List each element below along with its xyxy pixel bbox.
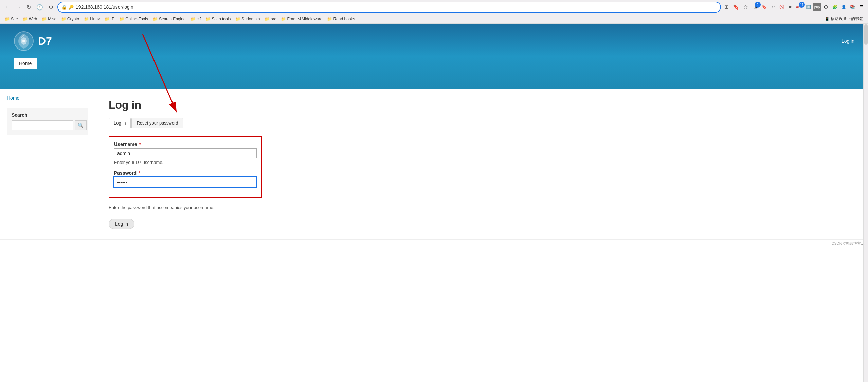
url-path: /user/login [111,4,133,10]
bookmark-crypto[interactable]: 📁 Crypto [59,16,81,22]
bookmark-sudomain[interactable]: 📁 Sudomain [233,16,262,22]
ext-puzzle-icon[interactable]: 🧩 [831,3,839,11]
bookmark-label: ctf [197,17,201,21]
password-label: Password * [114,170,257,176]
ext-bookmark-icon[interactable]: 🔖 [760,3,768,11]
reload-button[interactable]: ↻ [24,3,33,12]
site-header-top: D7 Log in [14,31,854,51]
scrollbar[interactable] [863,24,868,382]
sidebar: Home Search 🔍 [0,89,95,239]
password-input[interactable] [114,177,257,187]
username-group: Username * Enter your D7 username. [114,141,257,165]
bookmark-misc[interactable]: 📁 Misc [40,16,58,22]
site-logo-area: D7 [14,31,52,51]
bookmark-ip[interactable]: 📁 IP [103,16,116,22]
ext-user-icon[interactable]: 👤 [839,3,848,11]
ext-badge: 2 [755,2,761,8]
grid-button[interactable]: ⊞ [723,3,730,12]
url-host: 192.168.160.181 [76,4,111,10]
bookmark-label: Web [29,17,37,21]
bookmarks-bar: 📁 Site 📁 Web 📁 Misc 📁 Crypto 📁 Linux 📁 I… [0,14,868,24]
bookmark-online-tools[interactable]: 📁 Online-Tools [117,16,150,22]
bookmark-button[interactable]: 🔖 [731,3,741,12]
bookmark-scan-tools[interactable]: 📁 Scan tools [203,16,233,22]
folder-icon: 📁 [84,17,89,21]
folder-icon: 📁 [61,17,66,21]
folder-icon: 📁 [265,17,270,21]
sidebar-home-link[interactable]: Home [7,95,88,101]
ext-abp-badge: 11 [799,2,805,8]
nav-item-home[interactable]: Home [14,58,37,69]
mobile-icon: 📱 [825,17,830,21]
search-icon: 🔍 [78,123,84,128]
ext-block-icon[interactable]: 🚫 [778,3,786,11]
key-icon: 🔑 [68,5,74,10]
bookmark-label: src [271,17,276,21]
login-title: Log in [109,99,854,111]
bookmark-mobile[interactable]: 📱 移动设备上的书签 [822,15,865,22]
bookmark-frame-middleware[interactable]: 📁 Frame&Middleware [279,16,324,22]
form-highlight-box: Username * Enter your D7 username. Passw… [109,136,262,198]
submit-button[interactable]: Log in [109,219,134,229]
ext-translate-icon[interactable]: 🔤 [804,3,812,11]
ext-ip-icon[interactable]: IP [786,3,795,11]
back-button[interactable]: ← [3,3,12,12]
tab-reset-password[interactable]: Reset your password [131,118,183,128]
folder-icon: 📁 [281,17,286,21]
bookmark-label: Frame&Middleware [287,17,322,21]
main-content: Home Search 🔍 [0,89,868,239]
folder-icon: 📁 [5,17,10,21]
password-group: Password * [114,170,257,187]
bookmark-ctf[interactable]: 📁 ctf [188,16,203,22]
ext-menu-icon[interactable]: ☰ [857,3,865,11]
username-input[interactable] [114,148,257,158]
site-nav: Home [14,58,854,69]
bookmark-src[interactable]: 📁 src [263,16,278,22]
address-url: 192.168.160.181/user/login [76,4,717,10]
bookmark-label: Read books [333,17,355,21]
bookmark-label: Crypto [67,17,79,21]
lock-icon: 🔒 [61,5,67,10]
folder-icon: 📁 [105,17,110,21]
folder-icon: 📁 [23,17,28,21]
search-block-title: Search [12,112,84,118]
ext-back-icon[interactable]: ↩ [769,3,777,11]
bookmark-linux[interactable]: 📁 Linux [82,16,102,22]
address-bar[interactable]: 🔒 🔑 192.168.160.181/user/login [57,2,721,13]
username-required: * [139,141,141,147]
tab-login[interactable]: Log in [109,118,131,128]
history-button[interactable]: 🕐 [34,3,45,12]
settings-button[interactable]: ⚙ [47,3,55,12]
extension-icons: ⊞ 2 🔖 ↩ 🚫 IP ABP 11 🔤 php ⬡ 🧩 👤 📚 ☰ [751,3,865,11]
drupal-logo [14,31,34,51]
site-name: D7 [38,35,52,47]
ext-hex-icon[interactable]: ⬡ [822,3,830,11]
bookmark-label: IP [111,17,114,21]
page-wrapper: D7 Log in Home Home Search 🔍 [0,24,868,382]
bookmark-label: 移动设备上的书签 [831,16,863,22]
search-input[interactable] [12,120,73,130]
star-button[interactable]: ☆ [742,3,749,12]
username-label: Username * [114,141,257,147]
folder-icon: 📁 [119,17,124,21]
bookmark-label: Linux [90,17,100,21]
search-button[interactable]: 🔍 [75,120,87,130]
bookmark-site[interactable]: 📁 Site [3,16,20,22]
folder-icon: 📁 [205,17,211,21]
folder-icon: 📁 [191,17,196,21]
login-link[interactable]: Log in [842,38,854,44]
bookmark-search-engine[interactable]: 📁 Search Engine [151,16,188,22]
browser-actions: ⊞ 🔖 ☆ [723,3,749,12]
bookmark-label: Scan tools [212,17,231,21]
scrollbar-thumb [864,24,868,45]
bookmark-web[interactable]: 📁 Web [21,16,39,22]
ext-php-icon[interactable]: php [813,3,821,11]
footer-text: CSDN ©融言博客... [832,241,864,245]
folder-icon: 📁 [235,17,240,21]
site-footer: CSDN ©融言博客... [0,239,868,247]
username-help: Enter your D7 username. [114,160,257,165]
ext-book-icon[interactable]: 📚 [848,3,856,11]
bookmark-read-books[interactable]: 📁 Read books [325,16,357,22]
search-form: 🔍 [12,120,84,130]
forward-button[interactable]: → [14,3,23,12]
